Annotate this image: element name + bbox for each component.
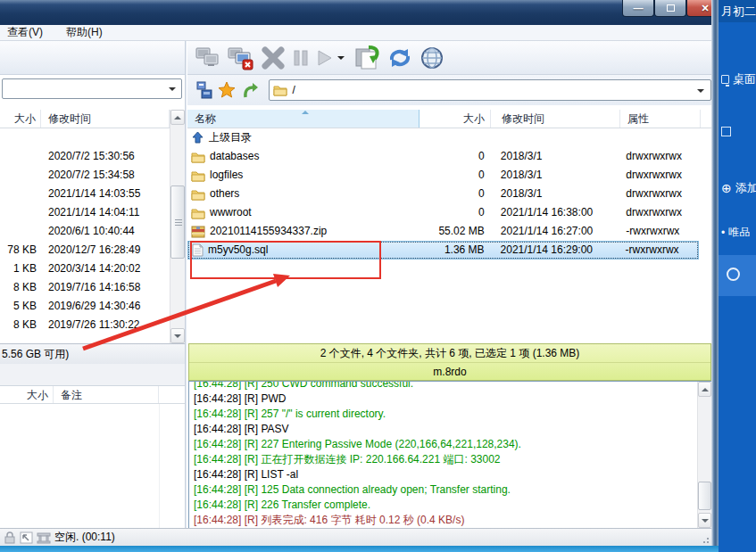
file-size: 8 KB	[0, 316, 41, 334]
arrow-up-icon	[174, 112, 181, 119]
file-attr: drwxrwxrwx	[619, 185, 699, 203]
local-status-bar: 5.56 GB 可用)	[0, 343, 185, 364]
selection-summary-bar: 2 个文件, 4 个文件夹, 共计 6 项, 已选定 1 项 (1.36 MB)…	[188, 343, 711, 381]
remote-path-input[interactable]: /	[269, 79, 711, 101]
log-line: [16:44:28] [R] LIST -al	[194, 467, 710, 482]
arrow-down-icon	[174, 334, 181, 342]
disconnect-button[interactable]	[225, 44, 257, 72]
scroll-up-button[interactable]	[698, 382, 711, 397]
title-bar[interactable]	[0, 0, 719, 25]
column-header-name[interactable]: 名称	[187, 110, 420, 128]
file-time	[490, 128, 619, 147]
abort-icon	[261, 45, 286, 70]
site-tree-icon	[195, 81, 213, 99]
file-name: 20210114155934337.zip	[210, 222, 327, 241]
curved-up-arrow-icon	[241, 81, 259, 99]
sidebar-item-window[interactable]	[719, 127, 756, 136]
sidebar-item-label: 唯品	[728, 225, 750, 240]
local-list-header: 大小 修改时间	[0, 110, 170, 128]
remote-file-row[interactable]: wwwroot 0 2021/1/14 16:38:00 drwxrwxrwx	[187, 203, 699, 222]
local-file-row[interactable]: 2020/6/1 10:40:44	[0, 222, 170, 241]
browser-button[interactable]	[416, 44, 448, 72]
column-header-time[interactable]: 修改时间	[41, 110, 170, 128]
resume-button[interactable]	[312, 44, 336, 72]
abort-button[interactable]	[257, 44, 289, 72]
connect-button[interactable]	[193, 44, 225, 72]
local-file-list: 2020/7/2 15:30:56 2020/7/2 15:34:58 2021…	[0, 128, 170, 343]
remote-file-row[interactable]: logfiles 0 2018/3/1 drwxrwxrwx	[187, 166, 699, 185]
remote-path-value: /	[293, 84, 295, 96]
transfer-button[interactable]	[352, 44, 384, 72]
file-size: 1.36 MB	[419, 242, 489, 259]
minimize-button[interactable]: —	[622, 0, 654, 17]
column-header-label: 名称	[195, 112, 216, 125]
column-header-attr[interactable]: 属性	[620, 110, 701, 128]
file-time: 2019/6/29 14:30:46	[41, 297, 170, 316]
local-file-row[interactable]: 1 KB2020/3/14 14:20:02	[0, 260, 170, 278]
idle-status-text: 空闲. (00:11)	[54, 530, 115, 545]
scroll-down-button[interactable]	[698, 513, 711, 528]
local-file-row[interactable]	[0, 128, 170, 147]
file-size: 55.02 MB	[419, 222, 490, 241]
local-file-row[interactable]: 2020/7/2 15:30:56	[0, 147, 170, 166]
column-header-size[interactable]: 大小	[0, 110, 41, 128]
file-size	[0, 128, 41, 147]
file-size	[419, 128, 490, 147]
remote-file-row-selected[interactable]: m5yv50g.sql 1.36 MB 2021/1/14 16:29:00 -…	[187, 241, 699, 260]
menu-view[interactable]: 查看(V)	[7, 25, 43, 40]
remote-file-row[interactable]: databases 0 2018/3/1 drwxrwxrwx	[187, 147, 699, 166]
arrow-up-icon	[702, 384, 709, 391]
combobox-dropdown-button[interactable]	[164, 81, 179, 96]
column-header-note[interactable]: 备注	[54, 386, 159, 403]
column-header-size[interactable]: 大小	[420, 110, 491, 128]
ftp-log-panel[interactable]: [16:44:28] [R] 250 CWD command successfu…	[188, 381, 711, 529]
scrollbar-thumb[interactable]	[170, 185, 185, 259]
window-icon	[721, 127, 731, 136]
file-size	[0, 185, 41, 203]
resume-dropdown-icon[interactable]	[337, 56, 345, 63]
local-file-row[interactable]: 8 KB2019/7/16 14:16:58	[0, 278, 170, 297]
monitor-icon	[721, 75, 729, 84]
menu-help[interactable]: 帮助(H)	[66, 25, 103, 40]
remote-file-row[interactable]: 20210114155934337.zip 55.02 MB 2021/1/14…	[187, 222, 699, 241]
maximize-button[interactable]	[654, 0, 686, 17]
search-icon[interactable]	[727, 268, 740, 281]
local-list-scrollbar[interactable]	[170, 110, 185, 343]
refresh-button[interactable]	[384, 44, 416, 72]
log-scrollbar[interactable]	[697, 382, 711, 528]
sidebar-item-desktop[interactable]: 桌面	[719, 71, 756, 87]
local-file-row[interactable]: 2021/1/14 14:03:55	[0, 185, 170, 203]
local-file-row[interactable]: 78 KB2020/12/7 16:28:49	[0, 241, 170, 260]
column-header-time[interactable]: 修改时间	[491, 110, 620, 128]
local-file-row[interactable]: 5 KB2019/6/29 14:30:46	[0, 297, 170, 316]
column-header-size[interactable]: 大小	[0, 386, 54, 403]
resize-grip[interactable]	[700, 534, 709, 543]
path-dropdown-button[interactable]	[694, 83, 709, 98]
local-file-row[interactable]: 2020/7/2 15:34:58	[0, 166, 170, 185]
queue-list[interactable]	[0, 404, 185, 528]
favorites-button[interactable]	[216, 76, 239, 104]
scroll-down-button[interactable]	[170, 328, 185, 343]
up-directory-button[interactable]	[238, 76, 262, 104]
file-size	[0, 166, 41, 185]
local-file-row[interactable]: 2021/1/14 14:04:11	[0, 203, 170, 222]
local-path-combobox[interactable]	[2, 78, 182, 99]
sidebar-item-add[interactable]: ⊕ 添加	[719, 180, 756, 196]
scroll-up-button[interactable]	[170, 110, 185, 125]
remote-file-row[interactable]: others 0 2018/3/1 drwxrwxrwx	[187, 185, 699, 203]
site-manager-button[interactable]	[193, 76, 216, 104]
transfer-queue-icon	[37, 531, 51, 544]
remote-file-row[interactable]: 上级目录	[187, 128, 699, 147]
file-attr: drwxrwxrwx	[619, 147, 699, 166]
scrollbar-thumb[interactable]	[698, 482, 711, 510]
local-file-row[interactable]: 8 KB2019/7/26 11:30:22	[0, 316, 170, 334]
folder-icon	[273, 84, 287, 96]
file-size: 0	[419, 185, 490, 203]
file-name: m5yv50g.sql	[208, 242, 268, 259]
file-time: 2021/1/14 16:29:00	[490, 242, 619, 259]
pause-button[interactable]	[289, 44, 312, 72]
file-name-cell: 20210114155934337.zip	[187, 222, 419, 241]
chevron-down-icon	[697, 89, 704, 96]
sidebar-item-vip[interactable]: • 唯品	[719, 225, 756, 240]
file-name: logfiles	[210, 166, 243, 185]
